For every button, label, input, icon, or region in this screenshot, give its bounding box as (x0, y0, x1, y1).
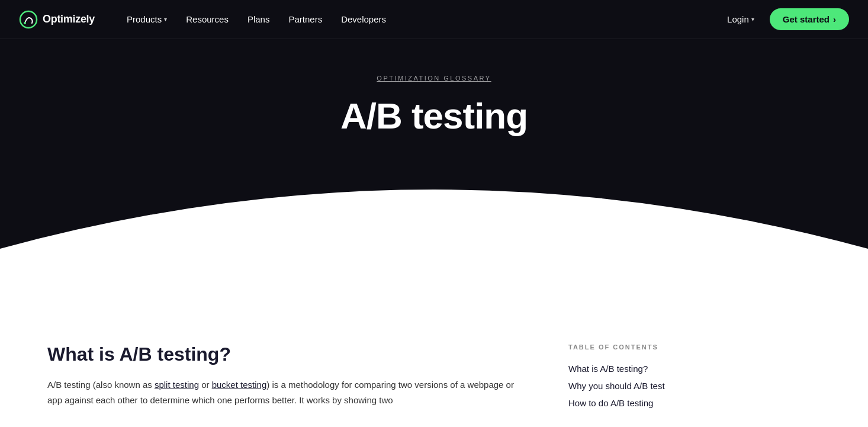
split-testing-link[interactable]: split testing (155, 380, 199, 390)
section-body: A/B testing (also known as split testing… (47, 377, 521, 407)
toc-item-0[interactable]: What is A/B testing? (568, 360, 722, 377)
main-content: What is A/B testing? A/B testing (also k… (47, 343, 521, 412)
logo-text: Optimizely (43, 13, 95, 25)
get-started-arrow-icon: › (833, 14, 836, 24)
arch-decoration (0, 130, 868, 308)
svg-point-0 (20, 11, 37, 28)
products-chevron-icon: ▾ (164, 16, 167, 23)
main-nav: Optimizely Products ▾ Resources Plans Pa… (0, 0, 868, 39)
nav-plans[interactable]: Plans (239, 9, 278, 29)
toc-item-2[interactable]: How to do A/B testing (568, 394, 722, 412)
content-section: What is A/B testing? A/B testing (also k… (0, 308, 868, 427)
logo-link[interactable]: Optimizely (19, 10, 95, 29)
body-text-1: A/B testing (also known as (47, 380, 155, 390)
nav-links: Products ▾ Resources Plans Partners Deve… (118, 9, 719, 29)
bucket-testing-link[interactable]: bucket testing (212, 380, 267, 390)
login-button[interactable]: Login ▾ (719, 9, 763, 29)
nav-developers[interactable]: Developers (333, 9, 394, 29)
section-heading: What is A/B testing? (47, 343, 521, 365)
body-text-2: or (199, 380, 212, 390)
nav-partners[interactable]: Partners (280, 9, 330, 29)
nav-resources[interactable]: Resources (178, 9, 237, 29)
toc-item-1[interactable]: Why you should A/B test (568, 377, 722, 394)
table-of-contents: TABLE OF CONTENTS What is A/B testing? W… (568, 343, 722, 412)
toc-title: TABLE OF CONTENTS (568, 343, 722, 351)
hero-section: OPTIMIZATION GLOSSARY A/B testing (0, 0, 868, 308)
nav-right: Login ▾ Get started › (719, 8, 849, 30)
glossary-label[interactable]: OPTIMIZATION GLOSSARY (377, 75, 491, 82)
login-chevron-icon: ▾ (751, 16, 754, 23)
svg-point-1 (24, 22, 26, 24)
get-started-button[interactable]: Get started › (770, 8, 849, 30)
nav-products[interactable]: Products ▾ (118, 9, 175, 29)
logo-icon (19, 10, 38, 29)
